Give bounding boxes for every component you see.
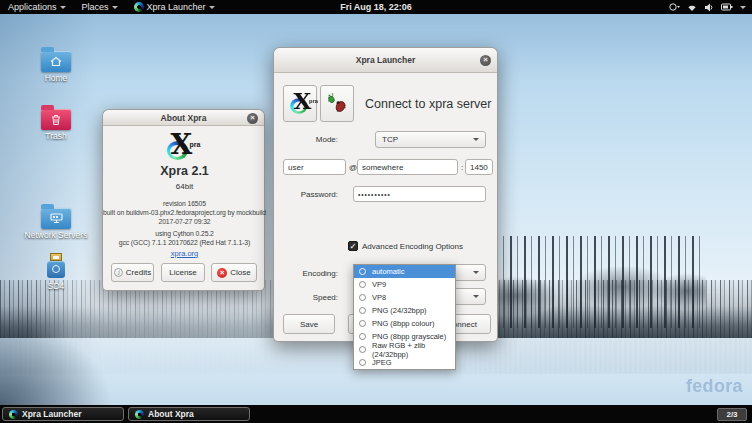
desktop-icon-network-servers[interactable]: Network Servers <box>24 203 88 240</box>
applications-menu[interactable]: Applications <box>0 0 74 14</box>
port-input[interactable] <box>465 159 493 175</box>
connect-heading: Connect to xpra server <box>365 97 491 111</box>
radio-icon <box>359 359 366 366</box>
chevron-down-icon <box>473 271 479 274</box>
encoding-dropdown-list: automaticVP9VP8PNG (24/32bpp)PNG (8bpp c… <box>353 264 456 370</box>
places-menu-label: Places <box>82 2 109 12</box>
bugs-icon <box>324 92 350 116</box>
dropdown-option[interactable]: PNG (8bpp colour) <box>354 317 455 330</box>
radio-icon <box>359 294 366 301</box>
usb-drive-icon <box>47 253 65 280</box>
clock[interactable]: Fri Aug 18, 22:06 <box>340 0 412 14</box>
home-folder-icon <box>41 51 71 72</box>
debug-bugs-button[interactable] <box>320 85 354 122</box>
host-input[interactable] <box>357 159 458 175</box>
about-gcc: gcc (GCC) 7.1.1 20170622 (Red Hat 7.1.1-… <box>103 239 266 246</box>
license-button[interactable]: License <box>161 263 205 282</box>
desktop-icon-label: Network Servers <box>24 231 88 240</box>
radio-icon <box>359 268 366 275</box>
close-button[interactable]: × Close <box>211 263 257 282</box>
save-button[interactable]: Save <box>283 314 335 334</box>
dropdown-option-label: JPEG <box>372 358 392 367</box>
about-app-name: Xpra 2.1 <box>103 164 266 178</box>
places-menu[interactable]: Places <box>74 0 126 14</box>
about-cython: using Cython 0.25.2 <box>103 230 266 237</box>
close-icon[interactable]: × <box>480 55 491 66</box>
save-label: Save <box>300 320 318 329</box>
xpra-launcher-appmenu[interactable]: Xpra Launcher <box>126 0 223 14</box>
radio-icon <box>359 333 366 340</box>
radio-icon <box>359 307 366 314</box>
about-revision: revision 16505 <box>103 200 266 207</box>
credits-label: Credits <box>126 268 151 277</box>
chevron-down-icon <box>112 6 118 9</box>
desktop-screen: fedora Applications Places Xpra Launcher… <box>0 0 752 423</box>
close-label: Close <box>230 268 250 277</box>
taskbar-button-about-xpra[interactable]: About Xpra <box>128 407 250 421</box>
fedora-logo: fedora <box>686 376 743 397</box>
dropdown-option[interactable]: automatic <box>354 265 455 278</box>
workspace-pager[interactable]: 2/3 <box>717 408 747 421</box>
desktop-icon-label: Trash <box>24 132 88 141</box>
mode-value: TCP <box>382 135 473 144</box>
radio-icon <box>359 346 366 353</box>
about-title: About Xpra <box>161 113 207 123</box>
system-menu-caret-icon[interactable] <box>740 6 746 9</box>
password-input[interactable] <box>353 186 486 202</box>
dropdown-option[interactable]: Raw RGB + zlib (24/32bpp) <box>354 343 455 356</box>
close-icon[interactable]: × <box>247 113 258 124</box>
keyboard-indicator-icon[interactable] <box>669 2 680 12</box>
status-area[interactable] <box>669 0 746 14</box>
dropdown-option-label: PNG (8bpp colour) <box>372 319 435 328</box>
chevron-down-icon <box>60 6 66 9</box>
speed-label: Speed: <box>282 293 338 302</box>
top-bar: Applications Places Xpra Launcher Fri Au… <box>0 0 752 14</box>
about-built-on: built on buildvm-03.phx2.fedoraproject.o… <box>103 209 266 216</box>
taskbar-button-label: About Xpra <box>148 409 194 419</box>
about-arch: 64bit <box>103 182 266 191</box>
dropdown-option[interactable]: VP9 <box>354 278 455 291</box>
radio-icon <box>359 320 366 327</box>
window-list-taskbar: Xpra Launcher About Xpra 2/3 <box>0 405 752 423</box>
chevron-down-icon <box>473 138 479 141</box>
advanced-options-label: Advanced Encoding Options <box>362 242 463 251</box>
taskbar-button-label: Xpra Launcher <box>22 409 82 419</box>
chevron-down-icon <box>473 295 479 298</box>
desktop-icon-label: Home <box>24 74 88 83</box>
wifi-icon <box>687 3 697 12</box>
desktop-icon-trash[interactable]: Trash <box>24 104 88 141</box>
dropdown-option-label: VP8 <box>372 293 386 302</box>
desktop-icon-usb-drive[interactable]: SD4 <box>24 252 88 291</box>
radio-icon <box>359 281 366 288</box>
about-build-date: 2017-07-27 09:32 <box>103 218 266 225</box>
xpra-app-icon <box>9 410 18 419</box>
xpra-app-icon <box>134 2 144 12</box>
launcher-title: Xpra Launcher <box>356 55 416 65</box>
dropdown-option[interactable]: VP8 <box>354 291 455 304</box>
xpra-app-icon <box>135 410 144 419</box>
dropdown-option[interactable]: PNG (24/32bpp) <box>354 304 455 317</box>
launcher-titlebar[interactable]: Xpra Launcher × <box>274 48 497 73</box>
xpra-appmenu-label: Xpra Launcher <box>147 2 206 12</box>
dropdown-option-label: automatic <box>372 267 405 276</box>
advanced-options-checkbox[interactable]: ✓ <box>348 241 358 251</box>
network-folder-icon <box>41 208 71 229</box>
desktop-icon-home[interactable]: Home <box>24 46 88 83</box>
mode-combobox[interactable]: TCP <box>375 131 486 148</box>
volume-icon <box>704 3 714 12</box>
wallpaper-corner-shadow <box>0 325 110 405</box>
credits-button[interactable]: i Credits <box>111 263 154 282</box>
license-label: License <box>169 268 197 277</box>
xpra-org-link[interactable]: xpra.org <box>103 249 266 258</box>
about-xpra-window: About Xpra × Xpra Xpra 2.1 64bit revisio… <box>102 109 265 291</box>
username-input[interactable] <box>283 159 346 175</box>
dropdown-option-label: VP9 <box>372 280 386 289</box>
dropdown-option-label: PNG (24/32bpp) <box>372 306 427 315</box>
xpra-logo-button[interactable]: Xpra <box>283 85 317 122</box>
about-titlebar[interactable]: About Xpra × <box>103 110 264 126</box>
at-separator: @ <box>349 163 357 172</box>
password-label: Password: <box>282 190 338 199</box>
taskbar-button-xpra-launcher[interactable]: Xpra Launcher <box>2 407 124 421</box>
desktop-icon-label: SD4 <box>24 282 88 291</box>
dropdown-option-label: Raw RGB + zlib (24/32bpp) <box>372 341 455 359</box>
